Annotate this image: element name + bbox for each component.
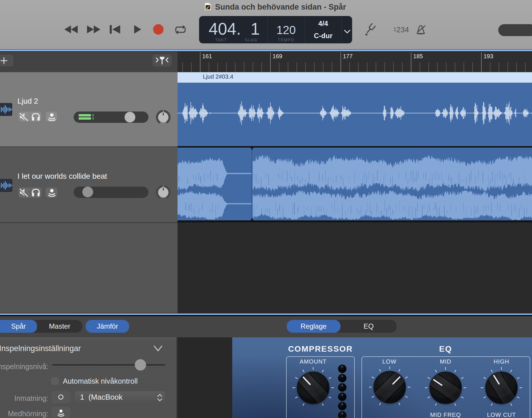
svg-text:169: 169 — [273, 53, 282, 59]
svg-text:161: 161 — [202, 53, 212, 59]
svg-text:193: 193 — [483, 53, 493, 59]
svg-text:185: 185 — [413, 53, 423, 59]
svg-text:177: 177 — [343, 53, 352, 59]
